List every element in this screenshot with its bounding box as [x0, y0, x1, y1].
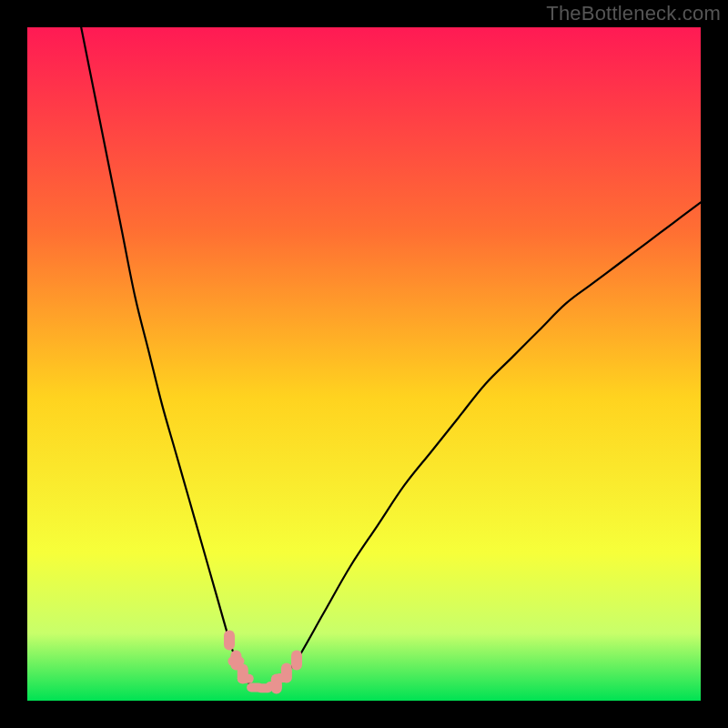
- plot-background: [27, 27, 701, 701]
- trough-marker: [238, 674, 254, 683]
- trough-marker: [224, 630, 235, 650]
- watermark-text: TheBottleneck.com: [546, 2, 721, 25]
- trough-marker: [291, 651, 302, 671]
- trough-marker: [275, 673, 291, 682]
- chart-frame: TheBottleneck.com: [0, 0, 728, 728]
- trough-marker: [228, 657, 244, 666]
- bottleneck-chart: [0, 0, 728, 728]
- trough-marker: [266, 682, 282, 691]
